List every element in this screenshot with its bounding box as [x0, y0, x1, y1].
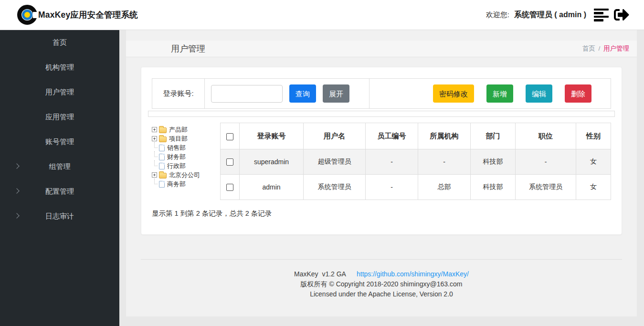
tree-node-finance[interactable]: 财务部	[152, 152, 220, 161]
tree-connector	[152, 181, 157, 187]
tree-connector	[152, 154, 157, 159]
table-row[interactable]: admin 系统管理员 - 总部 科技部 系统管理员 女	[221, 175, 611, 200]
expand-button[interactable]: 展开	[323, 84, 349, 103]
sidebar: 首页 机构管理 用户管理 应用管理 账号管理 组管理 配置管理 日志审计	[0, 30, 119, 326]
folder-icon	[159, 137, 167, 142]
maxkey-logo-icon	[17, 5, 37, 25]
sidebar-item-account-management[interactable]: 账号管理	[0, 129, 119, 154]
document-icon	[159, 154, 165, 160]
breadcrumb-separator: /	[598, 45, 600, 52]
tree-connector	[152, 163, 157, 168]
document-icon	[159, 145, 165, 151]
col-gender: 性别	[576, 123, 611, 149]
col-department: 部门	[471, 123, 516, 149]
tree-node-admin-dept[interactable]: 行政部	[152, 161, 220, 170]
page-title: 用户管理	[171, 43, 205, 54]
users-table-wrap: 登录账号 用户名 员工编号 所属机构 部门 职位 性别	[220, 123, 611, 200]
tree-node-business[interactable]: 商务部	[152, 179, 220, 189]
chevron-right-icon	[14, 188, 19, 193]
bar	[594, 16, 609, 18]
footer-version: MaxKey v1.2 GA	[294, 270, 346, 278]
sidebar-item-config-management[interactable]: 配置管理	[0, 179, 119, 204]
edit-button[interactable]: 编辑	[526, 84, 552, 103]
delete-button[interactable]: 删除	[565, 84, 591, 103]
footer-license: Licensed under the Apache License, Versi…	[126, 289, 637, 299]
document-icon	[159, 181, 165, 188]
action-buttons: 密码修改 新增 编辑 删除	[370, 79, 611, 108]
table-row[interactable]: superadmin 超级管理员 - - 科技部 - 女	[221, 149, 611, 175]
col-username: 用户名	[304, 123, 366, 149]
sidebar-item-app-management[interactable]: 应用管理	[0, 105, 119, 129]
add-button[interactable]: 新增	[486, 84, 513, 103]
col-position: 职位	[516, 123, 576, 149]
chevron-right-icon	[14, 213, 19, 218]
tree-node-beijing-branch[interactable]: 北京分公司	[152, 170, 220, 179]
org-tree: 产品部 项目部 销售部	[152, 123, 220, 200]
github-link[interactable]: https://github.com/shimingxy/MaxKey/	[357, 270, 469, 278]
users-table: 登录账号 用户名 员工编号 所属机构 部门 职位 性别	[220, 123, 611, 200]
col-login-account: 登录账号	[240, 123, 304, 149]
app-title: MaxKey应用安全管理系统	[38, 9, 138, 21]
pagination-summary: 显示第 1 到第 2 条记录，总共 2 条记录	[152, 209, 611, 218]
breadcrumb: 首页 / 用户管理	[582, 44, 629, 53]
change-password-button[interactable]: 密码修改	[433, 84, 474, 103]
user-area: 欢迎您: 系统管理员 ( admin )	[486, 7, 631, 22]
bar	[594, 9, 609, 11]
chevron-right-icon	[14, 163, 19, 168]
search-fields: 查询 展开	[205, 79, 370, 108]
footer-divider	[141, 259, 622, 260]
folder-icon	[159, 173, 167, 179]
login-account-label: 登录账号:	[152, 79, 205, 108]
query-button[interactable]: 查询	[289, 84, 316, 103]
tree-node-product[interactable]: 产品部	[152, 125, 220, 134]
row-checkbox[interactable]	[226, 184, 233, 191]
footer: MaxKey v1.2 GAhttps://github.com/shiming…	[126, 269, 637, 299]
tree-node-project[interactable]: 项目部	[152, 134, 220, 143]
content-wrapper: 用户管理 首页 / 用户管理 登录账号: 查询 展开	[126, 30, 637, 316]
login-account-input[interactable]	[211, 85, 283, 103]
row-checkbox[interactable]	[226, 158, 233, 166]
sidebar-item-home[interactable]: 首页	[0, 30, 119, 55]
tree-expand-icon[interactable]	[152, 172, 157, 178]
table-header-row: 登录账号 用户名 员工编号 所属机构 部门 职位 性别	[221, 123, 611, 149]
main-area: 用户管理 首页 / 用户管理 登录账号: 查询 展开	[119, 30, 644, 326]
tree-and-table: 产品部 项目部 销售部	[152, 123, 611, 200]
table-toolbar-strip	[148, 111, 615, 117]
bar	[594, 12, 603, 14]
col-organization: 所属机构	[418, 123, 471, 149]
search-panel: 登录账号: 查询 展开 密码修改 新增 编辑 删除	[152, 78, 611, 109]
current-user-label: 系统管理员 ( admin )	[514, 10, 586, 20]
breadcrumb-home-link[interactable]: 首页	[582, 45, 595, 52]
bar	[594, 19, 603, 21]
tree-expand-icon[interactable]	[152, 136, 157, 141]
logo-notch	[33, 12, 38, 18]
footer-version-line: MaxKey v1.2 GAhttps://github.com/shiming…	[126, 269, 637, 279]
col-employee-id: 员工编号	[366, 123, 418, 149]
tree-connector	[152, 145, 157, 150]
tree-expand-icon[interactable]	[152, 127, 157, 132]
footer-copyright: 版权所有 © Copyright 2018-2020 shimingxy@163…	[126, 279, 637, 289]
sidebar-item-user-management[interactable]: 用户管理	[0, 80, 119, 105]
menu-list-icon[interactable]	[594, 8, 609, 22]
logo-inner-ring	[22, 10, 32, 20]
sidebar-item-log-audit[interactable]: 日志审计	[0, 204, 119, 229]
logout-icon[interactable]	[612, 7, 631, 22]
brand[interactable]: MaxKey应用安全管理系统	[17, 5, 138, 25]
folder-icon	[159, 127, 167, 133]
header-icons	[594, 7, 631, 22]
sidebar-item-org-management[interactable]: 机构管理	[0, 55, 119, 80]
breadcrumb-current: 用户管理	[603, 45, 629, 52]
page-titlebar: 用户管理 首页 / 用户管理	[126, 41, 637, 57]
tree-node-sales[interactable]: 销售部	[152, 143, 220, 152]
document-icon	[159, 163, 165, 169]
sidebar-item-group-management[interactable]: 组管理	[0, 154, 119, 179]
app-header: MaxKey应用安全管理系统 欢迎您: 系统管理员 ( admin )	[0, 0, 644, 30]
content-card: 登录账号: 查询 展开 密码修改 新增 编辑 删除	[141, 67, 622, 235]
maxkey-admin-screen: MaxKey应用安全管理系统 欢迎您: 系统管理员 ( admin ) 首页 机…	[0, 0, 644, 326]
welcome-label: 欢迎您:	[486, 11, 509, 20]
select-all-checkbox[interactable]	[226, 133, 233, 140]
